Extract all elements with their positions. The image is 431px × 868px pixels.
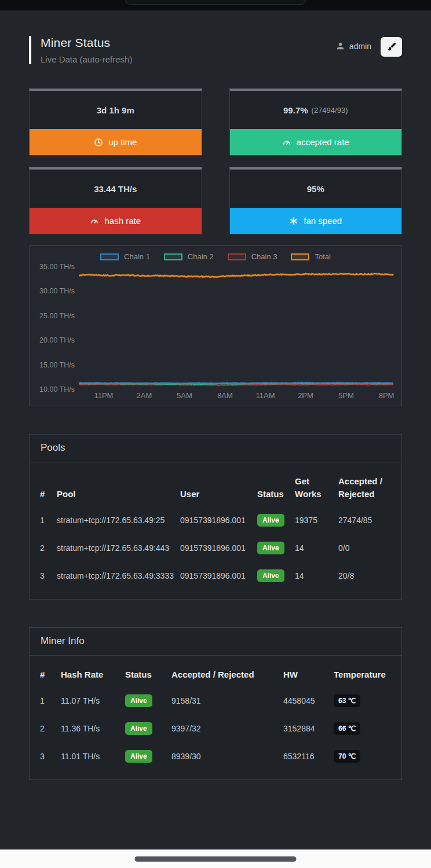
stat-card-accepted-rate: 99.7% (27494/93) accepted rate [229, 89, 403, 156]
user-icon [335, 41, 345, 51]
temperature-badge-cell: 70 ℃ [334, 750, 391, 763]
tachometer-icon [90, 216, 99, 226]
axis-tick-label: 11PM [94, 391, 113, 400]
axis-tick-label: 30.00 TH/s [39, 287, 75, 295]
stat-card-uptime: 3d 1h 9m up time [29, 89, 202, 156]
stat-card-hash-rate: 33.44 TH/s hash rate [29, 167, 202, 234]
legend-item-chain-2[interactable]: Chain 2 [164, 252, 214, 261]
temperature-badge: 66 ℃ [334, 722, 360, 735]
user-chip[interactable]: admin [335, 41, 371, 51]
home-indicator[interactable] [135, 856, 297, 862]
legend-swatch [100, 253, 119, 260]
cell-accepted-rejected: 9158/31 [171, 696, 283, 705]
cell-pool: stratum+tcp://172.65.63.49:443 [57, 543, 180, 553]
cell-accepted-rejected: 8939/30 [171, 752, 283, 761]
table-row: 1stratum+tcp://172.65.63.49:250915739189… [40, 506, 391, 534]
cell-index: 3 [40, 752, 61, 761]
status-badge-cell: Alive [257, 569, 295, 582]
stat-label: accepted rate [297, 137, 349, 147]
cell-accepted-rejected: 20/8 [338, 571, 391, 580]
pools-table: # Pool User Status Get Works Accepted / … [30, 462, 401, 599]
status-badge-cell: Alive [125, 722, 171, 735]
temperature-badge-cell: 63 ℃ [334, 694, 391, 707]
stat-value-main: 99.7% [283, 105, 308, 115]
cell-get-works: 19375 [295, 516, 338, 525]
cell-hw: 4458045 [283, 696, 334, 705]
legend-item-total[interactable]: Total [291, 252, 330, 261]
status-badge-cell: Alive [257, 514, 295, 527]
status-badge-cell: Alive [125, 750, 171, 763]
cell-index: 3 [40, 571, 57, 580]
cell-accepted-rejected: 27474/85 [338, 516, 391, 525]
table-row: 3stratum+tcp://172.65.63.49:333309157391… [40, 562, 391, 590]
stats-grid: 3d 1h 9m up time 99.7% (27494/93) accept… [29, 89, 402, 234]
fan-icon [289, 216, 298, 226]
pools-table-body: 1stratum+tcp://172.65.63.49:250915739189… [40, 506, 391, 590]
cell-index: 1 [40, 696, 61, 705]
axis-tick-label: 2PM [298, 391, 313, 400]
miner-info-title: Miner Info [30, 628, 401, 656]
axis-tick-label: 15.00 TH/s [39, 361, 75, 369]
legend-item-chain-1[interactable]: Chain 1 [100, 252, 150, 261]
camera-notch [125, 0, 306, 5]
status-badge: Alive [257, 569, 284, 582]
cell-hash-rate: 11.07 TH/s [61, 696, 125, 705]
legend-swatch [164, 253, 182, 260]
stat-value: 3d 1h 9m [30, 91, 202, 129]
table-row: 311.01 TH/sAlive8939/30653211670 ℃ [40, 742, 391, 770]
cell-hash-rate: 11.36 TH/s [61, 724, 125, 733]
axis-tick-label: 20.00 TH/s [39, 336, 75, 344]
cell-hw: 3152884 [283, 724, 334, 733]
temperature-badge: 63 ℃ [334, 694, 360, 707]
stat-value: 33.44 TH/s [30, 170, 202, 208]
hashrate-chart-svg: 35.00 TH/s30.00 TH/s25.00 TH/s20.00 TH/s… [30, 246, 401, 406]
cell-index: 2 [40, 543, 57, 553]
col-temperature: Temperature [334, 668, 391, 681]
temperature-badge-cell: 66 ℃ [334, 722, 391, 735]
stat-footer-uptime: up time [30, 129, 202, 155]
col-accepted-rejected: Accepted / Rejected [338, 475, 391, 501]
page: Miner Status Live Data (auto-refresh) ad… [0, 10, 431, 849]
axis-tick-label: 35.00 TH/s [39, 263, 75, 271]
chart-legend: Chain 1Chain 2Chain 3Total [30, 252, 401, 261]
legend-label: Chain 1 [124, 252, 150, 261]
status-badge: Alive [125, 750, 152, 763]
cell-pool: stratum+tcp://172.65.63.49:25 [57, 516, 180, 525]
col-user: User [180, 488, 257, 501]
status-bar [0, 0, 431, 10]
legend-swatch [228, 253, 246, 260]
cell-index: 2 [40, 724, 61, 733]
col-hw: HW [283, 668, 334, 681]
col-status: Status [257, 488, 295, 501]
stat-label: fan speed [304, 216, 342, 226]
col-index: # [40, 488, 57, 501]
legend-swatch [291, 253, 309, 260]
cell-get-works: 14 [295, 571, 338, 580]
legend-item-chain-3[interactable]: Chain 3 [228, 252, 277, 261]
theme-button[interactable] [381, 37, 402, 57]
axis-tick-label: 8PM [379, 391, 395, 400]
pools-panel: Pools # Pool User Status Get Works Accep… [29, 434, 402, 599]
paintbrush-icon [386, 42, 397, 52]
cell-get-works: 14 [295, 543, 338, 553]
col-accepted-rejected: Accepted / Rejected [171, 668, 283, 681]
axis-tick-label: 5AM [177, 391, 192, 400]
stat-footer-hash-rate: hash rate [30, 208, 202, 234]
axis-tick-label: 5PM [338, 391, 354, 400]
cell-accepted-rejected: 0/0 [338, 543, 391, 553]
axis-tick-label: 2AM [137, 391, 152, 400]
tachometer-icon [282, 138, 291, 147]
page-header: Miner Status Live Data (auto-refresh) ad… [29, 36, 402, 64]
table-row: 211.36 TH/sAlive9397/32315288466 ℃ [40, 715, 391, 742]
status-badge: Alive [125, 722, 152, 735]
table-row: 2stratum+tcp://172.65.63.49:443091573918… [40, 534, 391, 562]
status-badge: Alive [125, 694, 152, 707]
legend-label: Chain 2 [188, 252, 214, 261]
stat-footer-fan-speed: fan speed [230, 208, 402, 234]
table-row: 111.07 TH/sAlive9158/31445804563 ℃ [40, 687, 391, 715]
header-actions: admin [335, 37, 402, 57]
col-index: # [40, 668, 61, 681]
miner-info-header-row: # Hash Rate Status Accepted / Rejected H… [40, 659, 391, 687]
cell-index: 1 [40, 516, 57, 525]
temperature-badge: 70 ℃ [334, 750, 360, 763]
